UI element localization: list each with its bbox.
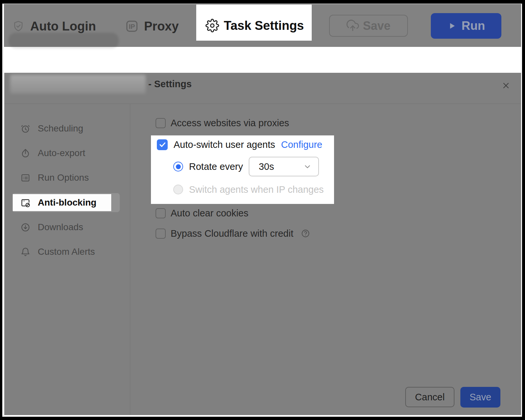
sidebar-item-label: Run Options [38, 172, 89, 183]
anti-blocking-icon [20, 198, 31, 208]
option-auto-clear-cookies[interactable]: Auto clear cookies [156, 206, 248, 221]
option-switch-on-ip-change: Switch agents when IP changes [173, 182, 324, 197]
proxy-label: Proxy [144, 19, 179, 33]
interval-value: 30s [259, 161, 274, 172]
rotate-every-label: Rotate every [189, 161, 243, 172]
option-bypass-cloudflare[interactable]: Bypass Cloudflare with credit [156, 226, 310, 241]
sidebar-divider [130, 104, 130, 415]
access-proxies-label: Access websites via proxies [171, 118, 289, 129]
save-label: Save [470, 392, 491, 403]
sidebar-item-label: Anti-blocking [38, 197, 96, 208]
run-button[interactable]: Run [431, 13, 501, 39]
gear-icon [205, 19, 219, 32]
run-options-icon [20, 173, 31, 183]
auto-switch-label: Auto-switch user agents [174, 139, 275, 150]
proxy-tab[interactable]: IP Proxy [124, 18, 179, 35]
configure-link[interactable]: Configure [281, 139, 322, 150]
switch-ip-radio[interactable] [173, 185, 183, 194]
play-icon [447, 21, 456, 30]
sidebar-item-downloads[interactable]: Downloads [20, 221, 83, 234]
cloud-upload-icon [346, 20, 359, 32]
shield-check-icon [12, 19, 25, 34]
sidebar-item-scheduling[interactable]: Scheduling [20, 122, 83, 135]
rotate-every-radio[interactable] [173, 162, 183, 171]
cancel-label: Cancel [415, 392, 445, 403]
download-circle-icon [20, 222, 31, 232]
cancel-button[interactable]: Cancel [405, 387, 454, 407]
svg-text:IP: IP [129, 23, 135, 30]
sidebar-item-label: Downloads [38, 222, 83, 232]
chevron-down-icon [303, 162, 312, 171]
toolbar-save-label: Save [363, 19, 390, 33]
run-label: Run [462, 19, 485, 33]
sidebar-item-custom-alerts[interactable]: Custom Alerts [20, 245, 95, 258]
access-proxies-checkbox[interactable] [156, 118, 166, 128]
sidebar-item-run-options[interactable]: Run Options [20, 171, 89, 184]
close-icon[interactable] [502, 81, 510, 90]
interval-select[interactable]: 30s [249, 157, 319, 176]
sidebar-item-label: Custom Alerts [38, 247, 95, 257]
toolbar-shadow [9, 33, 119, 49]
toolbar-save-button[interactable]: Save [329, 15, 408, 37]
task-name-redacted [10, 75, 146, 94]
sidebar-item-auto-export[interactable]: Auto-export [20, 147, 85, 160]
auto-login-label: Auto Login [30, 19, 96, 33]
save-button[interactable]: Save [460, 387, 500, 408]
switch-ip-label: Switch agents when IP changes [189, 184, 324, 195]
header-divider [4, 104, 521, 104]
sidebar-item-anti-blocking[interactable]: Anti-blocking [20, 196, 96, 209]
bypass-cloudflare-checkbox[interactable] [156, 229, 166, 239]
task-settings-tab[interactable]: Task Settings [205, 17, 304, 34]
task-settings-label: Task Settings [224, 19, 304, 33]
help-circle-icon[interactable] [301, 229, 310, 238]
option-access-proxies[interactable]: Access websites via proxies [156, 115, 289, 130]
option-auto-switch-agents[interactable]: Auto-switch user agents Configure [157, 137, 322, 152]
export-icon [20, 148, 31, 158]
auto-clear-cookies-label: Auto clear cookies [171, 208, 248, 219]
option-rotate-every[interactable]: Rotate every 30s [173, 157, 319, 176]
auto-switch-checkbox[interactable] [157, 139, 168, 150]
dialog-title: - Settings [148, 79, 192, 90]
auto-clear-cookies-checkbox[interactable] [156, 208, 166, 218]
sidebar-item-label: Scheduling [38, 123, 83, 134]
alarm-clock-icon [20, 124, 31, 134]
bypass-cloudflare-label: Bypass Cloudflare with credit [171, 228, 293, 239]
auto-login-tab[interactable]: Auto Login [12, 18, 96, 35]
ip-badge-icon: IP [124, 19, 139, 34]
sidebar-item-label: Auto-export [38, 148, 85, 158]
bell-icon [20, 247, 31, 257]
